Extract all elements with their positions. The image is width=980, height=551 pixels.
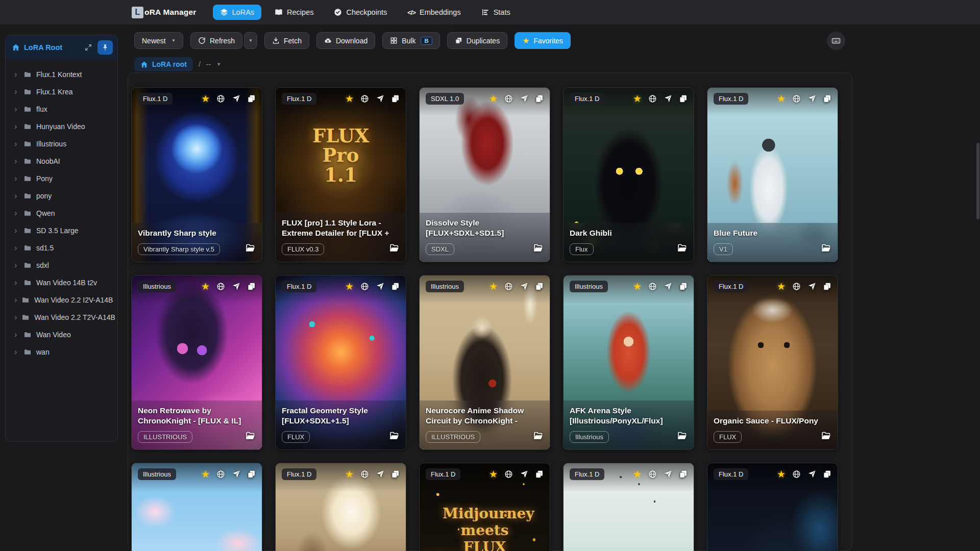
lora-card[interactable]: SDXL 1.0 ★ Dissolve Style [FLUX+SDXL+SD1… [419,87,550,262]
send-icon[interactable] [376,470,384,479]
sidebar-folder-item[interactable]: › Qwen [10,205,113,222]
chevron-right-icon[interactable]: › [14,331,19,339]
copy-icon[interactable] [391,470,400,479]
version-tag[interactable]: Flux [570,243,594,255]
copy-icon[interactable] [535,282,544,291]
globe-icon[interactable] [504,470,513,479]
send-icon[interactable] [376,94,384,103]
favorite-star-icon[interactable]: ★ [345,469,354,479]
globe-icon[interactable] [216,470,225,479]
version-tag[interactable]: FLUX [714,431,742,443]
sidebar-folder-item[interactable]: › SD 3.5 Large [10,222,113,239]
sidebar-folder-item[interactable]: › flux [10,101,113,118]
globe-icon[interactable] [360,94,369,103]
lora-card[interactable]: Illustrious ★ [131,463,262,551]
version-tag[interactable]: ILLUSTRIOUS [426,431,480,443]
open-folder-icon[interactable] [821,431,831,443]
copy-icon[interactable] [679,470,688,479]
chevron-right-icon[interactable]: › [14,122,19,131]
favorite-star-icon[interactable]: ★ [777,469,786,479]
favorite-star-icon[interactable]: ★ [489,282,498,291]
chevron-right-icon[interactable]: › [14,70,19,79]
fetch-button[interactable]: Fetch [264,32,309,49]
send-icon[interactable] [376,282,384,291]
sidebar-folder-item[interactable]: › Pony [10,170,113,187]
sidebar-folder-item[interactable]: › Flux.1 Krea [10,83,113,101]
nav-item-recipes[interactable]: Recipes [267,5,321,20]
chevron-right-icon[interactable]: › [14,88,19,96]
lora-card[interactable]: Flux.1 D ★ [563,463,694,551]
copy-icon[interactable] [823,94,831,103]
globe-icon[interactable] [792,94,801,103]
lora-card[interactable]: Flux.1 D ★ [707,463,838,551]
copy-icon[interactable] [247,282,256,291]
favorite-star-icon[interactable]: ★ [201,282,210,291]
lora-card[interactable]: Flux.1 D ★ Dark Ghibli Flux [563,87,694,262]
copy-icon[interactable] [247,94,256,103]
version-tag[interactable]: Illustrious [570,431,609,443]
nav-item-stats[interactable]: Stats [474,5,518,20]
chevron-right-icon[interactable]: › [14,157,19,165]
favorite-star-icon[interactable]: ★ [489,469,498,479]
favorite-star-icon[interactable]: ★ [345,282,354,291]
chevron-right-icon[interactable]: › [14,105,19,113]
chevron-right-icon[interactable]: › [14,279,19,287]
send-icon[interactable] [664,470,672,479]
version-tag[interactable]: SDXL [426,243,454,255]
open-folder-icon[interactable] [533,431,544,443]
chevron-right-icon[interactable]: › [14,192,19,200]
scrollbar-thumb[interactable] [976,143,979,219]
sidebar-folder-item[interactable]: › Flux.1 Kontext [10,66,113,83]
chevron-right-icon[interactable]: › [14,348,19,356]
open-folder-icon[interactable] [389,431,400,443]
favorites-filter-button[interactable]: ★ Favorites [514,32,571,49]
favorite-star-icon[interactable]: ★ [633,469,642,479]
chevron-right-icon[interactable]: › [14,140,19,148]
lora-card[interactable]: Flux.1 D ★ Organic Sauce - FLUX/Pony FLU… [707,275,838,450]
chevron-right-icon[interactable]: › [14,296,17,304]
favorite-star-icon[interactable]: ★ [201,94,210,104]
open-folder-icon[interactable] [245,243,256,256]
open-folder-icon[interactable] [821,243,831,256]
send-icon[interactable] [807,470,816,479]
lora-card[interactable]: Illustrious ★ Neurocore Anime Shadow Cir… [419,275,550,450]
nav-item-embeddings[interactable]: </> Embeddings [400,5,468,20]
favorite-star-icon[interactable]: ★ [777,94,786,104]
favorite-star-icon[interactable]: ★ [489,94,498,104]
sidebar-folder-item[interactable]: › Illustrious [10,135,113,153]
copy-icon[interactable] [535,470,544,479]
open-folder-icon[interactable] [677,431,688,443]
globe-icon[interactable] [504,282,513,291]
copy-icon[interactable] [391,282,400,291]
chevron-right-icon[interactable]: › [14,209,19,217]
favorite-star-icon[interactable]: ★ [345,94,354,104]
bulk-button[interactable]: Bulk B [382,32,440,49]
send-icon[interactable] [807,282,816,291]
keyboard-shortcuts-button[interactable] [827,32,845,50]
chevron-right-icon[interactable]: › [14,244,19,252]
breadcrumb-root[interactable]: LoRA root [134,57,193,71]
refresh-button[interactable]: Refresh [190,32,242,49]
sidebar-header[interactable]: LoRA Root [6,35,117,60]
sort-select[interactable]: Newest ▼ [134,32,183,49]
version-tag[interactable]: ILLUSTRIOUS [138,431,192,443]
copy-icon[interactable] [679,94,688,103]
collapse-all-button[interactable] [83,42,93,53]
globe-icon[interactable] [648,470,657,479]
open-folder-icon[interactable] [245,431,256,443]
version-tag[interactable]: FLUX v0.3 [282,243,324,255]
sidebar-folder-item[interactable]: › wan [10,343,113,361]
globe-icon[interactable] [216,282,225,291]
sidebar-folder-item[interactable]: › Hunyuan Video [10,118,113,135]
sidebar-folder-item[interactable]: › pony [10,187,113,205]
refresh-options-button[interactable]: ▼ [244,32,257,49]
send-icon[interactable] [232,94,240,103]
favorite-star-icon[interactable]: ★ [201,469,210,479]
nav-item-loras[interactable]: LoRAs [213,5,262,20]
send-icon[interactable] [520,282,528,291]
copy-icon[interactable] [391,94,400,103]
lora-card[interactable]: Illustrious ★ Neon Retrowave by ChronoKn… [131,275,262,450]
globe-icon[interactable] [792,470,801,479]
version-tag[interactable]: FLUX [282,431,310,443]
lora-card[interactable]: FLUX Pro 1.1 Flux.1 D ★ FLUX [pro] 1.1 S… [275,87,406,262]
